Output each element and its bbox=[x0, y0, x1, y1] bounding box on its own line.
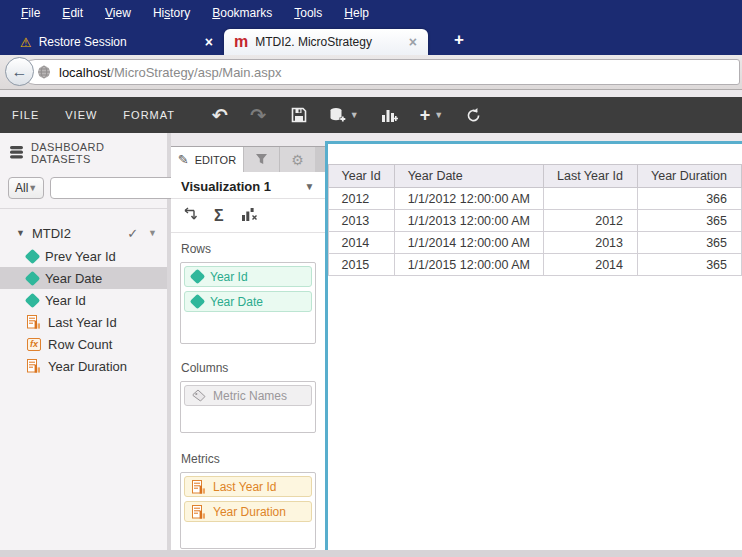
browser-navbar: localhost/MicroStrategy/asp/Main.aspx ← bbox=[0, 55, 742, 90]
pill-last-year-id[interactable]: Last Year Id bbox=[184, 476, 312, 497]
tab-editor[interactable]: ✎ EDITOR bbox=[171, 147, 243, 172]
attribute-diamond-icon bbox=[25, 270, 41, 286]
tab-restore-session[interactable]: ⚠ Restore Session × bbox=[8, 29, 224, 55]
rows-label: Rows bbox=[181, 242, 325, 256]
dataset-item-year-id[interactable]: Year Id bbox=[0, 289, 167, 311]
metrics-drop-zone[interactable]: Last Year IdYear Duration bbox=[180, 472, 316, 549]
dataset-name: MTDI2 bbox=[32, 226, 127, 241]
chevron-down-icon: ▼ bbox=[305, 181, 315, 192]
pill-year-date[interactable]: Year Date bbox=[184, 291, 312, 312]
tab-title: MTDI2. MicroStrategy bbox=[255, 35, 406, 49]
format-menu[interactable]: FORMAT bbox=[123, 109, 175, 121]
undo-icon[interactable]: ↶ bbox=[212, 104, 228, 127]
workspace: DASHBOARD DATASETS All ▼ ▼ MTDI2 ✓ bbox=[0, 133, 742, 550]
visualization-1-frame[interactable]: Year IdYear DateLast Year IdYear Duratio… bbox=[325, 141, 742, 550]
fx-metric-icon: fx bbox=[27, 338, 41, 351]
dataset-item-last-year-id[interactable]: Last Year Id bbox=[0, 311, 167, 333]
dataset-mtdi2[interactable]: ▼ MTDI2 ✓ ▼ bbox=[0, 221, 167, 245]
grid-cell: 1/1/2012 12:00:00 AM bbox=[394, 188, 543, 210]
refresh-icon[interactable] bbox=[465, 107, 482, 124]
menu-file[interactable]: File bbox=[10, 2, 51, 24]
tag-icon bbox=[192, 389, 206, 402]
chevron-down-icon: ▼ bbox=[434, 110, 443, 120]
expand-triangle-icon[interactable]: ▼ bbox=[16, 228, 25, 238]
metric-icon bbox=[192, 480, 206, 494]
menu-view[interactable]: View bbox=[94, 2, 142, 24]
dataset-filter-dropdown[interactable]: All ▼ bbox=[8, 177, 44, 199]
swap-rows-columns-icon[interactable] bbox=[181, 207, 197, 225]
gear-icon: ⚙ bbox=[291, 152, 304, 168]
file-menu[interactable]: FILE bbox=[12, 109, 39, 121]
dataset-item-year-date[interactable]: Year Date bbox=[0, 267, 167, 289]
browser-tabbar: ⚠ Restore Session × m MTDI2. MicroStrate… bbox=[0, 26, 742, 55]
chevron-down-icon: ▼ bbox=[350, 110, 359, 120]
columns-drop-zone[interactable]: Metric Names bbox=[180, 381, 316, 433]
grid-cell: 365 bbox=[638, 210, 742, 232]
pill-metric-names[interactable]: Metric Names bbox=[184, 385, 312, 406]
grid-cell: 1/1/2014 12:00:00 AM bbox=[394, 232, 543, 254]
rows-drop-zone[interactable]: Year IdYear Date bbox=[180, 262, 316, 344]
tab-title: Restore Session bbox=[39, 35, 202, 49]
tab-close-icon[interactable]: × bbox=[202, 34, 216, 50]
grid-row: 20151/1/2015 12:00:00 AM2014365 bbox=[328, 254, 742, 276]
dataset-item-row-count[interactable]: fxRow Count bbox=[0, 333, 167, 355]
dataset-item-year-duration[interactable]: Year Duration bbox=[0, 355, 167, 377]
pill-year-duration[interactable]: Year Duration bbox=[184, 501, 312, 522]
grid-cell: 2014 bbox=[328, 232, 394, 254]
column-header-year-id[interactable]: Year Id bbox=[328, 165, 394, 188]
globe-icon bbox=[37, 65, 51, 79]
chrome-gap bbox=[0, 90, 742, 97]
panel-title: DASHBOARD DATASETS bbox=[31, 141, 167, 165]
new-tab-button[interactable]: + bbox=[442, 30, 476, 52]
column-header-last-year-id[interactable]: Last Year Id bbox=[543, 165, 637, 188]
grid-cell: 2013 bbox=[328, 210, 394, 232]
add-dataset-icon[interactable]: ▼ bbox=[329, 107, 359, 124]
panel-header: DASHBOARD DATASETS bbox=[0, 141, 167, 165]
metric-icon bbox=[27, 359, 41, 373]
browser-window: FileEditViewHistoryBookmarksToolsHelp ⚠ … bbox=[0, 0, 742, 557]
grid-cell bbox=[543, 188, 637, 210]
back-button[interactable]: ← bbox=[5, 57, 34, 86]
totals-sigma-icon[interactable]: Σ bbox=[214, 207, 224, 225]
app-toolbar: FILE VIEW FORMAT ↶ ↷ ▼ + ▼ bbox=[0, 97, 742, 133]
columns-label: Columns bbox=[181, 361, 325, 375]
url-bar[interactable]: localhost/MicroStrategy/asp/Main.aspx bbox=[22, 59, 740, 85]
add-icon[interactable]: + ▼ bbox=[420, 106, 443, 124]
tab-properties[interactable]: ⚙ bbox=[279, 147, 315, 172]
tab-close-icon[interactable]: × bbox=[406, 34, 420, 50]
visualization-selector[interactable]: Visualization 1 ▼ bbox=[171, 172, 325, 198]
grid-visualization: Year IdYear DateLast Year IdYear Duratio… bbox=[328, 164, 742, 276]
attribute-diamond-icon bbox=[190, 294, 206, 310]
view-menu[interactable]: VIEW bbox=[65, 109, 97, 121]
metric-icon bbox=[27, 315, 41, 329]
grid-row: 20121/1/2012 12:00:00 AM366 bbox=[328, 188, 742, 210]
menu-edit[interactable]: Edit bbox=[51, 2, 94, 24]
grid-cell: 1/1/2013 12:00:00 AM bbox=[394, 210, 543, 232]
pill-year-id[interactable]: Year Id bbox=[184, 266, 312, 287]
dataset-item-prev-year-id[interactable]: Prev Year Id bbox=[0, 245, 167, 267]
redo-icon: ↷ bbox=[250, 104, 266, 127]
attribute-diamond-icon bbox=[190, 269, 206, 285]
metric-icon bbox=[192, 505, 206, 519]
visualization-name: Visualization 1 bbox=[181, 179, 305, 194]
grid-cell: 365 bbox=[638, 254, 742, 276]
grid-cell: 2014 bbox=[543, 254, 637, 276]
chevron-down-icon[interactable]: ▼ bbox=[148, 228, 157, 238]
menu-help[interactable]: Help bbox=[333, 2, 380, 24]
grid-cell: 2015 bbox=[328, 254, 394, 276]
attribute-diamond-icon bbox=[25, 248, 41, 264]
tab-filter[interactable] bbox=[243, 147, 279, 172]
insert-visualization-icon[interactable] bbox=[381, 107, 398, 123]
grid-cell: 2012 bbox=[543, 210, 637, 232]
grid-row: 20141/1/2014 12:00:00 AM2013365 bbox=[328, 232, 742, 254]
tab-mtdi2-microstrategy[interactable]: m MTDI2. MicroStrategy × bbox=[224, 29, 428, 55]
column-header-year-date[interactable]: Year Date bbox=[394, 165, 543, 188]
menu-history[interactable]: History bbox=[142, 2, 201, 24]
menu-tools[interactable]: Tools bbox=[283, 2, 333, 24]
column-header-year-duration[interactable]: Year Duration bbox=[638, 165, 742, 188]
visualization-area: Year IdYear DateLast Year IdYear Duratio… bbox=[325, 133, 742, 550]
save-icon[interactable] bbox=[291, 107, 307, 123]
warning-icon: ⚠ bbox=[20, 35, 32, 50]
menu-bookmarks[interactable]: Bookmarks bbox=[201, 2, 283, 24]
chart-options-icon[interactable] bbox=[241, 207, 258, 224]
